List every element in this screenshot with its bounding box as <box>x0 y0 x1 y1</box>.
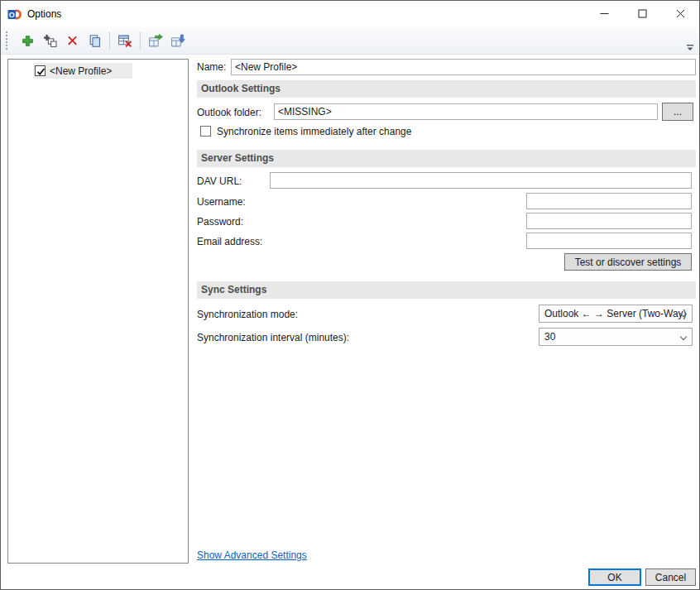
svg-text:O: O <box>9 11 15 19</box>
sync-mode-value: Outlook ← → Server (Two-Way) <box>544 308 687 319</box>
password-label: Password: <box>197 216 243 228</box>
cancel-button[interactable]: Cancel <box>645 568 696 586</box>
email-address-input[interactable] <box>526 233 692 249</box>
tree-item-label: <New Profile> <box>50 65 112 77</box>
clear-cache-button[interactable] <box>115 31 135 50</box>
minimize-icon <box>600 9 609 18</box>
sync-mode-select[interactable]: Outlook ← → Server (Two-Way) <box>539 305 693 323</box>
chevron-down-icon <box>680 333 687 340</box>
name-input[interactable] <box>231 59 696 75</box>
window-controls <box>585 1 699 26</box>
email-address-label: Email address: <box>197 236 262 248</box>
options-window: O Options <box>0 0 700 590</box>
minimize-button[interactable] <box>585 1 623 26</box>
import-profiles-icon <box>170 34 185 48</box>
export-profiles-button[interactable] <box>146 31 165 50</box>
toolbar-separator <box>109 31 110 50</box>
add-multiple-profiles-button[interactable] <box>40 31 60 50</box>
add-multiple-profiles-icon <box>43 34 57 48</box>
add-profile-icon <box>21 34 35 48</box>
username-label: Username: <box>197 196 246 209</box>
outlook-folder-input[interactable] <box>274 103 658 120</box>
toolbar <box>1 27 699 55</box>
delete-profile-button[interactable] <box>62 31 82 50</box>
close-icon <box>676 9 685 18</box>
test-discover-button[interactable]: Test or discover settings <box>564 253 692 271</box>
outlook-settings-header: Outlook Settings <box>197 80 696 98</box>
toolbar-overflow-icon <box>686 44 694 52</box>
clear-cache-icon <box>117 34 132 48</box>
sync-settings-header: Sync Settings <box>197 281 696 299</box>
toolbar-overflow-button[interactable] <box>684 42 696 54</box>
delete-profile-icon <box>65 34 79 48</box>
toolbar-grip[interactable] <box>6 31 12 50</box>
browse-folder-button[interactable]: ... <box>662 103 693 121</box>
sync-immediately-label: Synchronize items immediately after chan… <box>217 126 411 138</box>
sync-interval-select[interactable]: 30 <box>539 328 693 346</box>
app-icon: O <box>7 7 22 22</box>
maximize-button[interactable] <box>623 1 661 26</box>
password-input[interactable] <box>526 213 692 229</box>
server-settings-header: Server Settings <box>197 150 696 167</box>
outlook-folder-label: Outlook folder: <box>197 107 261 119</box>
name-label: Name: <box>197 61 226 74</box>
show-advanced-settings-link[interactable]: Show Advanced Settings <box>197 549 307 561</box>
sync-interval-label: Synchronization interval (minutes): <box>197 332 349 344</box>
sync-interval-value: 30 <box>544 331 555 343</box>
toolbar-separator <box>140 31 141 50</box>
dav-url-input[interactable] <box>270 172 692 189</box>
copy-profile-button[interactable] <box>84 31 104 50</box>
window-title: Options <box>27 1 61 27</box>
close-button[interactable] <box>661 1 699 26</box>
titlebar: O Options <box>1 1 699 27</box>
import-profiles-button[interactable] <box>168 31 188 50</box>
check-icon <box>36 66 46 77</box>
sync-mode-label: Synchronization mode: <box>197 309 298 321</box>
tree-item-new-profile[interactable]: <New Profile> <box>33 63 132 79</box>
sync-immediately-checkbox[interactable] <box>200 126 211 137</box>
ok-button[interactable]: OK <box>588 568 641 586</box>
dav-url-label: DAV URL: <box>197 175 242 188</box>
profile-checkbox[interactable] <box>35 65 46 76</box>
username-input[interactable] <box>526 193 692 209</box>
maximize-icon <box>638 9 647 18</box>
profiles-tree: <New Profile> <box>7 59 189 564</box>
copy-profile-icon <box>88 34 102 48</box>
export-profiles-icon <box>148 34 163 48</box>
add-profile-button[interactable] <box>17 31 37 50</box>
